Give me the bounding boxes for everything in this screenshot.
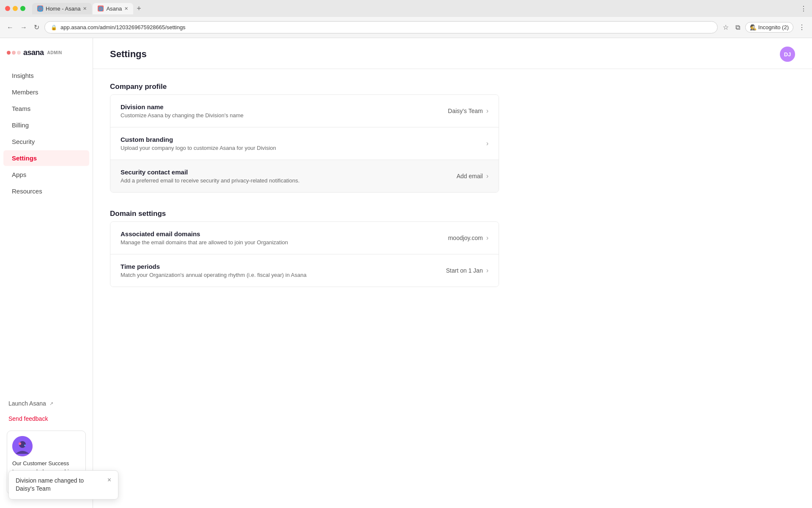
domain-settings-card: Associated email domains Manage the emai… [110,221,499,287]
division-name-left: Division name Customize Asana by changin… [121,103,448,119]
launch-asana-link[interactable]: Launch Asana ↗ [3,397,89,410]
forward-button[interactable]: → [19,22,29,33]
associated-email-domains-desc: Manage the email domains that are allowe… [121,239,448,246]
custom-branding-row[interactable]: Custom branding Upload your company logo… [110,127,499,160]
tab-label: Home - Asana [46,6,80,12]
associated-email-domains-row[interactable]: Associated email domains Manage the emai… [110,222,499,254]
browser-menu-icon[interactable]: ⋮ [800,5,807,13]
associated-email-domains-right: moodjoy.com › [448,234,488,242]
maximize-window-button[interactable] [20,6,25,11]
toolbar-actions: ☆ ⧉ 🕵️ Incognito (2) ⋮ [721,22,807,33]
url-text: app.asana.com/admin/1203269675928665/set… [60,24,186,30]
new-tab-button[interactable]: + [134,4,144,13]
minimize-window-button[interactable] [13,6,18,11]
time-periods-title: Time periods [121,263,446,270]
associated-email-domains-left: Associated email domains Manage the emai… [121,230,448,246]
close-window-button[interactable] [5,6,10,11]
company-profile-section: Company profile Division name Customize … [110,83,499,193]
add-email-value: Add email [456,173,483,179]
toast-notification: Division name changed to Daisy's Team × [8,470,118,500]
associated-email-domains-title: Associated email domains [121,230,448,237]
settings-body: Company profile Division name Customize … [93,69,516,318]
security-label: Security [12,138,35,145]
logo-dot-2 [12,51,16,55]
logo-dot-3 [17,51,21,55]
toast-message: Division name changed to Daisy's Team [16,477,102,493]
toast-close-button[interactable]: × [107,477,111,483]
asana-logo: asana ADMIN [7,48,62,57]
reload-button[interactable]: ↻ [32,22,41,33]
logo-dot-1 [7,51,11,55]
tab-favicon: 🌐 [98,6,104,11]
domain-settings-section: Domain settings Associated email domains… [110,210,499,287]
sidebar-logo: asana ADMIN [0,45,93,67]
custom-branding-title: Custom branding [121,136,486,143]
division-name-right: Daisy's Team › [448,107,488,115]
chevron-icon: › [486,107,488,115]
billing-label: Billing [12,121,29,129]
sidebar-item-members[interactable]: Members [3,84,89,100]
resources-label: Resources [12,188,42,195]
send-feedback-link[interactable]: Send feedback [3,412,89,425]
lock-icon: 🔒 [51,25,57,30]
tab-close-button[interactable]: ✕ [83,6,87,11]
bookmark-button[interactable]: ☆ [721,22,730,33]
sidebar-item-apps[interactable]: Apps [3,167,89,182]
sidebar-nav: Insights Members Teams Billing Security … [0,67,93,393]
main-header: Settings DJ [93,38,812,69]
svg-point-2 [19,442,21,445]
tab-home-asana[interactable]: 🌐 Home - Asana ✕ [32,3,92,14]
back-button[interactable]: ← [5,22,15,33]
sidebar-item-settings[interactable]: Settings [3,150,89,166]
time-periods-value: Start on 1 Jan [446,267,483,274]
user-avatar[interactable]: DJ [780,47,795,62]
asana-dots [7,51,21,55]
main-content: Settings DJ Company profile Division nam… [93,38,812,508]
incognito-badge[interactable]: 🕵️ Incognito (2) [745,22,793,33]
division-name-value: Daisy's Team [448,108,483,114]
admin-badge: ADMIN [47,50,62,55]
email-domains-value: moodjoy.com [448,235,483,241]
custom-branding-left: Custom branding Upload your company logo… [121,136,486,151]
division-name-row[interactable]: Division name Customize Asana by changin… [110,95,499,127]
tab-label: Asana [106,6,122,12]
apps-label: Apps [12,171,26,178]
sidebar-item-security[interactable]: Security [3,134,89,149]
tab-favicon: 🌐 [37,6,43,11]
security-contact-email-left: Security contact email Add a preferred e… [121,168,456,184]
custom-branding-right: › [486,140,488,147]
logo-text: asana [23,48,44,57]
company-profile-title: Company profile [110,83,499,91]
address-bar[interactable]: 🔒 app.asana.com/admin/1203269675928665/s… [44,21,718,33]
time-periods-left: Time periods Match your Organization's a… [121,263,446,278]
browser-menu-button[interactable]: ⋮ [797,22,807,33]
time-periods-row[interactable]: Time periods Match your Organization's a… [110,254,499,287]
division-name-desc: Customize Asana by changing the Division… [121,112,448,119]
settings-label: Settings [12,155,37,162]
company-profile-card: Division name Customize Asana by changin… [110,94,499,193]
security-contact-email-row[interactable]: Security contact email Add a preferred e… [110,160,499,192]
browser-chrome: 🌐 Home - Asana ✕ 🌐 Asana ✕ + ⋮ ← → ↻ 🔒 a… [0,0,812,38]
sidebar-item-teams[interactable]: Teams [3,101,89,116]
customer-success-avatar [12,436,33,456]
time-periods-desc: Match your Organization's annual operati… [121,272,446,278]
sidebar-item-billing[interactable]: Billing [3,117,89,133]
tab-close-button[interactable]: ✕ [124,6,128,11]
teams-label: Teams [12,105,30,112]
insights-label: Insights [12,72,34,79]
members-label: Members [12,88,38,96]
division-name-title: Division name [121,103,448,110]
browser-toolbar: ← → ↻ 🔒 app.asana.com/admin/120326967592… [0,17,812,38]
time-periods-right: Start on 1 Jan › [446,267,489,274]
sidebar-item-insights[interactable]: Insights [3,68,89,83]
domain-settings-title: Domain settings [110,210,499,218]
split-view-button[interactable]: ⧉ [734,22,742,33]
app-container: asana ADMIN Insights Members Teams Billi… [0,38,812,508]
send-feedback-label: Send feedback [8,415,48,422]
sidebar: asana ADMIN Insights Members Teams Billi… [0,38,93,508]
security-contact-email-desc: Add a preferred email to receive securit… [121,177,456,184]
security-contact-email-right: Add email › [456,172,488,180]
tab-asana[interactable]: 🌐 Asana ✕ [93,3,133,14]
sidebar-item-resources[interactable]: Resources [3,183,89,199]
chevron-icon: › [486,234,488,242]
